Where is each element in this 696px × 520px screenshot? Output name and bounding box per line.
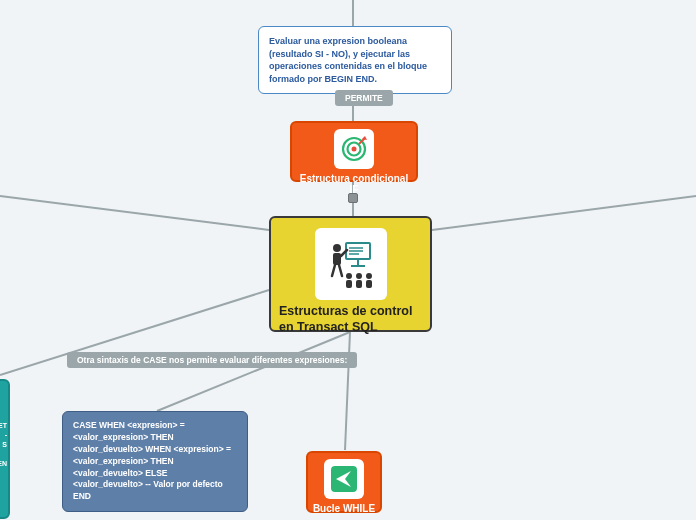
- node-if[interactable]: Estructura condicional IF: [290, 121, 418, 182]
- note-if-text: Evaluar una expresion booleana (resultad…: [269, 36, 427, 84]
- node-if-title: Estructura condicional IF: [292, 173, 416, 195]
- svg-line-5: [157, 332, 350, 411]
- note-case-text: CASE WHEN <expresion> = <valor_expresion…: [73, 420, 231, 501]
- note-case-code: CASE WHEN <expresion> = <valor_expresion…: [62, 411, 248, 512]
- svg-line-21: [332, 265, 335, 276]
- svg-point-27: [366, 273, 372, 279]
- target-icon: [334, 129, 374, 169]
- svg-rect-24: [346, 280, 352, 288]
- svg-point-8: [352, 147, 357, 152]
- presentation-icon: [315, 228, 387, 300]
- collapse-toggle-icon[interactable]: [348, 193, 358, 203]
- svg-point-25: [356, 273, 362, 279]
- fragment-text: ET - S EN: [0, 381, 8, 468]
- svg-point-18: [333, 244, 341, 252]
- svg-line-3: [345, 332, 350, 450]
- node-while[interactable]: Bucle WHILE: [306, 451, 382, 513]
- svg-line-22: [339, 265, 342, 276]
- svg-rect-26: [356, 280, 362, 288]
- edge-label-case-text: Otra sintaxis de CASE nos permite evalua…: [77, 355, 347, 365]
- edge-label-case: Otra sintaxis de CASE nos permite evalua…: [67, 352, 357, 368]
- node-root[interactable]: Estructuras de control en Transact SQL: [269, 216, 432, 332]
- svg-point-23: [346, 273, 352, 279]
- node-while-title: Bucle WHILE: [308, 503, 380, 514]
- edge-label-permite-text: PERMITE: [345, 93, 383, 103]
- node-fragment-left[interactable]: ET - S EN: [0, 379, 10, 519]
- svg-line-1: [0, 196, 269, 230]
- edge-label-permite: PERMITE: [335, 90, 393, 106]
- svg-rect-28: [366, 280, 372, 288]
- send-icon: [324, 459, 364, 499]
- node-root-title: Estructuras de control en Transact SQL: [273, 304, 428, 341]
- note-if-description: Evaluar una expresion booleana (resultad…: [258, 26, 452, 94]
- svg-rect-19: [333, 253, 341, 265]
- svg-line-2: [432, 196, 696, 230]
